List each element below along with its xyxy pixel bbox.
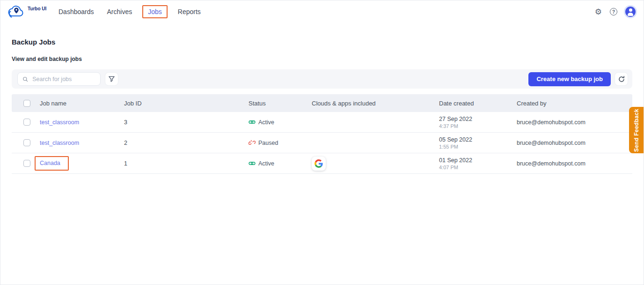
job-name-link[interactable]: test_classroom: [40, 119, 79, 126]
time-value: 4:37 PM: [439, 123, 517, 129]
created-by-cell: bruce@demohubspot.com: [517, 140, 632, 146]
date-value: 05 Sep 2022: [439, 136, 517, 143]
column-header-clouds: Clouds & apps included: [312, 100, 439, 107]
active-link-icon: [249, 160, 256, 167]
turbo-ui-logo: Turbo UI: [7, 3, 52, 20]
create-new-backup-job-button[interactable]: Create new backup job: [528, 72, 611, 86]
user-avatar[interactable]: [625, 7, 636, 17]
job-id-cell: 2: [124, 140, 249, 146]
brand-name: Turbo UI: [28, 6, 46, 11]
nav-item-dashboards[interactable]: Dashboards: [56, 5, 97, 18]
job-id-cell: 1: [124, 160, 249, 167]
settings-gear-icon[interactable]: ⚙: [595, 8, 602, 16]
cloud-logo-icon: [7, 3, 26, 20]
column-header-date-created: Date created: [439, 100, 517, 107]
nav-item-reports[interactable]: Reports: [175, 5, 204, 18]
backup-jobs-table: Job name Job ID Status Clouds & apps inc…: [12, 94, 632, 174]
job-name-link[interactable]: Canada: [40, 160, 60, 166]
clouds-cell: [312, 157, 439, 171]
main-nav: Dashboards Archives Jobs Reports: [56, 5, 204, 18]
status-cell: Paused: [249, 139, 312, 146]
column-header-job-id: Job ID: [124, 100, 249, 107]
filter-funnel-icon: [108, 75, 115, 82]
top-navigation-bar: Turbo UI Dashboards Archives Jobs Report…: [0, 0, 644, 23]
row-checkbox[interactable]: [23, 119, 30, 126]
created-by-cell: bruce@demohubspot.com: [517, 160, 632, 167]
column-header-created-by: Created by: [517, 100, 632, 107]
refresh-button[interactable]: [615, 72, 628, 86]
date-created-cell: 05 Sep 2022 1:55 PM: [439, 136, 517, 150]
status-label: Paused: [258, 140, 278, 146]
column-header-status: Status: [249, 100, 312, 107]
date-created-cell: 01 Sep 2022 4:07 PM: [439, 157, 517, 170]
search-icon: [22, 76, 28, 82]
time-value: 4:07 PM: [439, 165, 517, 170]
nav-item-jobs[interactable]: Jobs: [142, 5, 168, 18]
active-link-icon: [249, 119, 256, 126]
status-label: Active: [258, 119, 274, 126]
time-value: 1:55 PM: [439, 144, 517, 150]
job-id-cell: 3: [124, 119, 249, 126]
search-input[interactable]: [31, 75, 95, 83]
google-app-chip: [312, 157, 326, 171]
select-all-checkbox[interactable]: [23, 100, 30, 107]
column-header-job-name: Job name: [40, 100, 124, 107]
created-by-cell: bruce@demohubspot.com: [517, 119, 632, 126]
status-cell: Active: [249, 160, 312, 167]
table-header-row: Job name Job ID Status Clouds & apps inc…: [12, 94, 632, 112]
status-label: Active: [258, 160, 274, 167]
help-icon[interactable]: ?: [610, 8, 617, 15]
date-created-cell: 27 Sep 2022 4:37 PM: [439, 116, 517, 129]
date-value: 27 Sep 2022: [439, 116, 517, 122]
row-checkbox[interactable]: [23, 160, 30, 167]
date-value: 01 Sep 2022: [439, 157, 517, 164]
send-feedback-tab[interactable]: Send Feedback: [629, 107, 644, 153]
nav-item-archives[interactable]: Archives: [104, 5, 135, 18]
filter-button[interactable]: [105, 72, 118, 86]
page-subtitle: View and edit backup jobs: [12, 56, 82, 62]
jobs-toolbar: Create new backup job: [12, 69, 632, 89]
paused-broken-link-icon: [249, 139, 256, 146]
row-checkbox[interactable]: [23, 139, 30, 146]
backup-jobs-page: Turbo UI Dashboards Archives Jobs Report…: [0, 0, 644, 285]
table-row: test_classroom 3 Active 27 Sep 2022 4:37…: [12, 112, 632, 133]
send-feedback-label: Send Feedback: [633, 109, 640, 152]
annotation-box: Canada: [35, 156, 69, 171]
topbar-actions: ⚙ ?: [595, 7, 636, 17]
page-title: Backup Jobs: [12, 38, 55, 46]
job-name-link[interactable]: test_classroom: [40, 140, 79, 146]
refresh-icon: [618, 75, 625, 83]
table-row: test_classroom 2 Paused 05 Sep 2022 1:55…: [12, 133, 632, 153]
status-cell: Active: [249, 119, 312, 126]
search-box[interactable]: [17, 72, 101, 86]
table-row: Canada 1 Active: [12, 153, 632, 174]
google-icon: [315, 159, 323, 168]
